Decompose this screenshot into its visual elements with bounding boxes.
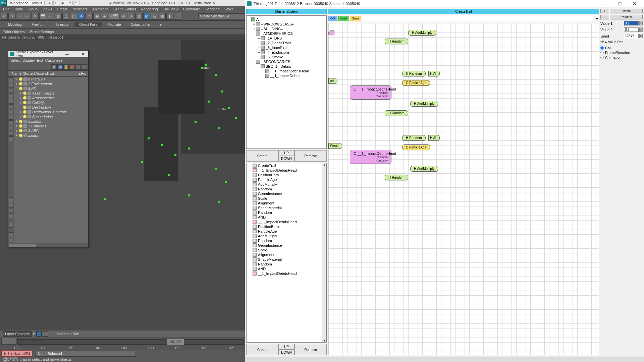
operator-row[interactable]: AddMultiply <box>247 234 326 238</box>
se-menu-edit[interactable]: Edit <box>37 58 43 62</box>
se-light-icon[interactable] <box>9 94 13 98</box>
tp-minimize-icon[interactable]: — <box>598 1 612 6</box>
se-geom-icon[interactable] <box>9 83 13 87</box>
se-frozen-icon[interactable] <box>9 136 13 141</box>
operator-row[interactable]: AND <box>247 266 326 271</box>
se-space-icon[interactable] <box>9 110 13 114</box>
operator-list[interactable]: CreateTrail__1_ImpactDebrisHeadPositionB… <box>246 163 327 343</box>
link-icon[interactable]: ⟋ <box>16 13 23 20</box>
operator-row[interactable]: PositionBorn <box>247 224 326 229</box>
radio-frame[interactable]: Frame/Iteration <box>600 50 643 55</box>
window-crossing-icon[interactable]: ◫ <box>70 13 77 20</box>
timeline-config-icon[interactable] <box>1 338 16 345</box>
undo-icon[interactable]: ↶ <box>1 13 8 20</box>
node-random-1[interactable]: H Random <box>385 39 408 44</box>
layer-explorer-dropdown[interactable]: Layer Explorer <box>3 331 32 337</box>
cmd-minus-icon[interactable]: − <box>600 15 609 19</box>
workspace-dropdown[interactable]: Workspace: Default <box>8 1 45 5</box>
group-tree-row[interactable]: +_4_Explosions <box>248 50 325 55</box>
se-menu-select[interactable]: Select <box>10 58 21 62</box>
menu-views[interactable]: Views <box>41 7 54 11</box>
app-logo-icon[interactable]: MAX <box>0 0 7 6</box>
group-tree-row[interactable]: -All <box>248 17 325 22</box>
tp-maximize-icon[interactable]: □ <box>612 1 627 6</box>
scene-explorer-titlebar[interactable]: Scene Explorer - Layer Expl... — □ ✕ <box>8 51 88 57</box>
cmd-random-label[interactable]: Random <box>610 15 643 19</box>
se-filter2-icon[interactable] <box>9 223 13 228</box>
operator-row[interactable]: __1_ImpactDebrisHead <box>247 271 326 276</box>
timeline[interactable]: 156 / 75 <box>0 337 245 345</box>
cmd-plus-icon[interactable]: + <box>600 9 609 13</box>
menu-modifiers[interactable]: Modifiers <box>71 7 89 11</box>
operator-row[interactable]: AND <box>247 215 326 220</box>
create-selection-set-input[interactable] <box>198 13 244 19</box>
operator-row[interactable]: GeomInstance <box>247 191 326 196</box>
spinner-snap-icon[interactable]: ▦ <box>159 13 166 20</box>
operator-row[interactable]: __1_ImpactDebrisHead <box>247 168 326 173</box>
qat-new-icon[interactable]: ▾ <box>47 1 53 5</box>
layer-row[interactable]: +2.Environment <box>14 81 88 86</box>
group-tree-row[interactable]: +_3_InnerFire <box>248 45 325 50</box>
node-random-2[interactable]: H Random <box>402 71 426 76</box>
layer-row[interactable]: +Destruction_Controls <box>14 110 88 114</box>
group-tree-row[interactable]: -SEC_1_IDebris <box>248 64 325 69</box>
node-addmultiply-1[interactable]: H AddMultiply <box>408 30 436 36</box>
seed-input[interactable] <box>624 34 639 38</box>
align-icon[interactable]: ▯ <box>174 13 181 20</box>
unlink-icon[interactable]: ⟋ <box>24 13 31 20</box>
layer-row[interactable]: +8.ABC <box>14 128 88 133</box>
ribbon-catastrophic[interactable]: Catastrophic <box>126 22 154 27</box>
remove-button-2[interactable]: Remove <box>294 344 327 355</box>
operator-scrollbar[interactable]: ▴▾ <box>322 163 326 342</box>
ribbon-brush-settings[interactable]: Brush Settings <box>30 30 54 34</box>
angle-snap-icon[interactable]: ◐ <box>143 13 150 20</box>
qat-redo-icon[interactable]: ↷ <box>73 1 79 5</box>
operator-row[interactable]: ShapeMaterial <box>247 205 326 210</box>
redo-icon[interactable]: ↷ <box>8 13 15 20</box>
radio-animation[interactable]: Animation <box>600 55 643 60</box>
se-tb1-icon[interactable] <box>9 197 13 202</box>
graph-name-input[interactable] <box>362 16 593 21</box>
node-impactdebrishead-2[interactable]: O __1_ImpactDebrisHead *Particle *Veloci… <box>350 150 391 164</box>
cmd-create-label[interactable]: Create <box>610 9 643 13</box>
layer-row[interactable]: +Asset_Debris <box>14 91 88 96</box>
ribbon-modeling[interactable]: Modeling <box>3 22 26 27</box>
graph-zoom-icon[interactable]: ■ <box>594 16 599 21</box>
node-random-4[interactable]: H Random <box>402 135 426 141</box>
menu-scripting[interactable]: Scripting <box>204 7 221 11</box>
group-tree-row[interactable]: +--BUILDING-- <box>248 26 325 31</box>
menu-animation[interactable]: Animation <box>91 7 110 11</box>
node-random-5[interactable]: H Random <box>385 175 408 180</box>
operator-row[interactable]: ParticleAge <box>247 229 326 234</box>
move-icon[interactable]: ✥ <box>78 13 85 20</box>
operator-row[interactable]: Alignment <box>247 201 326 205</box>
se-lock-icon[interactable]: 🔒 <box>63 64 69 70</box>
layer-row[interactable]: -5.FX <box>14 86 88 91</box>
radio-call[interactable]: Call <box>600 46 643 50</box>
group-tree-row[interactable]: ---ATMOSPHERICS-- <box>248 31 325 36</box>
value2-spinner[interactable]: ▴▾ <box>639 27 643 32</box>
viewport-label[interactable]: [+] [Camera_CenturyB_v001 ] [Realistic ] <box>0 35 245 40</box>
se-filter-icon[interactable]: ▤ <box>57 64 63 70</box>
operator-row[interactable]: PositionBorn <box>247 173 326 177</box>
time-ruler[interactable]: 125130135140145150155160165 <box>0 345 245 350</box>
se-menu-customize[interactable]: Customize <box>45 58 63 62</box>
scale-icon[interactable]: ▣ <box>93 13 100 20</box>
remove-button[interactable]: Remove <box>294 150 327 162</box>
group-tree-row[interactable]: __1_ImpactDebris <box>248 73 325 78</box>
ribbon-toggle-icon[interactable]: ⏵ <box>155 22 168 27</box>
up-button-2[interactable]: UP <box>278 344 294 350</box>
ribbon-populate[interactable]: Populate <box>103 22 125 27</box>
seed-spinner[interactable]: ▴▾ <box>639 34 643 38</box>
operator-row[interactable]: CreateTrail <box>247 163 326 168</box>
value1-spinner[interactable]: ▴▾ <box>639 21 643 25</box>
se-tb5-icon[interactable] <box>9 232 13 237</box>
menu-create[interactable]: Create <box>55 7 69 11</box>
up-button[interactable]: UP <box>278 150 294 156</box>
se-xref-icon[interactable] <box>9 120 13 125</box>
node-addmultiply-2[interactable]: H AddMultiply <box>410 101 438 107</box>
graph-on-button[interactable]: ON <box>328 16 337 21</box>
node-hal-1[interactable]: H Al <box>428 71 440 76</box>
se-tb3-icon[interactable] <box>9 208 13 213</box>
se-tb2-icon[interactable] <box>9 203 13 207</box>
